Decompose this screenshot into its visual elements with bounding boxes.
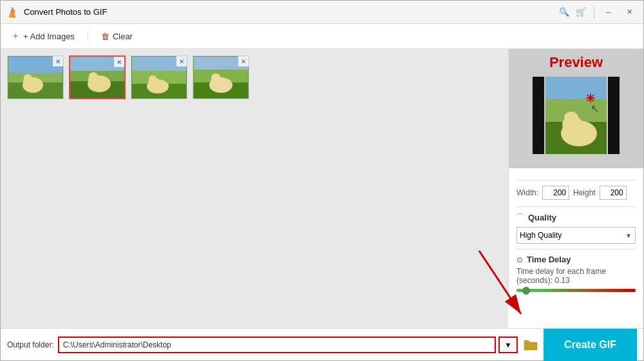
main-content: ✕ ✕: [1, 49, 643, 328]
time-delay-header: ⊙ Time Delay: [516, 255, 636, 264]
time-delay-section: ⊙ Time Delay Time delay for each frame (…: [516, 255, 636, 292]
right-panel: Preview: [508, 49, 643, 298]
thumbnail-2[interactable]: ✕: [69, 55, 126, 99]
width-input[interactable]: [542, 186, 569, 200]
toolbar-separator: [88, 30, 88, 43]
time-delay-slider-thumb[interactable]: [522, 287, 530, 295]
quality-header: ⌒ Quality: [516, 212, 636, 223]
toolbar: ＋ + Add Images 🗑 Clear: [1, 24, 643, 49]
create-gif-button[interactable]: Create GIF: [544, 329, 637, 361]
minimize-button[interactable]: ─: [600, 5, 618, 19]
thumbnail-3[interactable]: ✕: [131, 55, 187, 99]
thumb-close-2[interactable]: ✕: [114, 57, 124, 67]
svg-rect-30: [545, 77, 607, 99]
svg-point-25: [211, 73, 220, 81]
time-delay-value: 0.13: [554, 276, 569, 285]
width-label: Width:: [516, 188, 538, 197]
quality-select[interactable]: High Quality Medium Quality Low Quality: [516, 227, 636, 244]
add-images-label: + Add Images: [23, 32, 75, 41]
svg-point-13: [89, 72, 98, 80]
close-button[interactable]: ✕: [620, 5, 638, 19]
thumb-close-1[interactable]: ✕: [53, 56, 63, 66]
folder-icon: [524, 339, 538, 351]
output-browse-button[interactable]: [522, 337, 540, 353]
output-dropdown-button[interactable]: ▼: [498, 337, 518, 353]
settings-section: Width: Height ⌒ Quality High Quality: [509, 168, 643, 298]
svg-point-19: [149, 75, 156, 82]
svg-point-7: [24, 74, 32, 81]
clear-button[interactable]: 🗑 Clear: [99, 30, 135, 43]
window-title: Convert Photos to GIF: [24, 7, 107, 17]
preview-label: Preview: [509, 54, 643, 71]
right-panel-wrapper: Preview: [508, 49, 643, 328]
quality-title: Quality: [528, 213, 556, 222]
thumbnail-4[interactable]: ✕: [193, 55, 249, 99]
title-bar-left: Convert Photos to GIF: [6, 6, 107, 19]
time-delay-slider-track: [516, 289, 636, 292]
quality-select-wrapper: High Quality Medium Quality Low Quality …: [516, 227, 636, 244]
image-panel: ✕ ✕: [1, 49, 508, 328]
thumbnail-1[interactable]: ✕: [7, 55, 64, 99]
titlebar-icons: 🔍 🛒: [556, 5, 589, 20]
cart-icon-btn[interactable]: 🛒: [573, 5, 589, 20]
create-gif-label: Create GIF: [564, 339, 616, 350]
dimension-row: Width: Height: [516, 186, 636, 200]
preview-dog-frame: ✳ ↖: [545, 77, 607, 154]
output-path-input[interactable]: [58, 337, 496, 353]
title-bar-controls: ─ ✕: [600, 5, 638, 19]
divider-3: [516, 249, 636, 249]
add-images-icon: ＋: [11, 30, 20, 42]
preview-black-bar-right: [608, 77, 620, 154]
thumbnails-container: ✕ ✕: [7, 55, 502, 99]
main-window: Convert Photos to GIF 🔍 🛒 ─ ✕ ＋ + Add Im…: [0, 0, 644, 361]
bottom-bar: Output folder: ▼ Create GIF: [1, 328, 643, 360]
time-delay-value-row: Time delay for each frame (seconds): 0.1…: [516, 267, 636, 285]
time-delay-slider-container: [516, 289, 636, 292]
app-icon: [6, 6, 19, 19]
thumb-close-4[interactable]: ✕: [238, 56, 249, 66]
height-label: Height: [573, 188, 596, 197]
svg-text:↖: ↖: [591, 103, 599, 114]
divider-1: [516, 180, 636, 180]
add-images-button[interactable]: ＋ + Add Images: [8, 29, 77, 43]
svg-point-33: [564, 112, 578, 123]
output-folder-label: Output folder:: [7, 340, 54, 349]
divider-2: [516, 206, 636, 207]
time-delay-title: Time Delay: [527, 255, 571, 264]
preview-black-bar-left: [533, 77, 544, 154]
height-input[interactable]: [600, 186, 627, 200]
quality-icon: ⌒: [516, 212, 524, 223]
output-input-wrapper: ▼: [58, 337, 518, 353]
search-icon-btn[interactable]: 🔍: [556, 5, 572, 20]
clear-label: Clear: [113, 32, 133, 41]
clear-icon: 🗑: [101, 32, 109, 41]
thumb-close-3[interactable]: ✕: [176, 56, 187, 66]
preview-section: Preview: [509, 49, 643, 168]
preview-frame: ✳ ↖: [533, 77, 620, 154]
time-delay-icon: ⊙: [516, 255, 523, 264]
title-bar: Convert Photos to GIF 🔍 🛒 ─ ✕: [1, 1, 643, 24]
